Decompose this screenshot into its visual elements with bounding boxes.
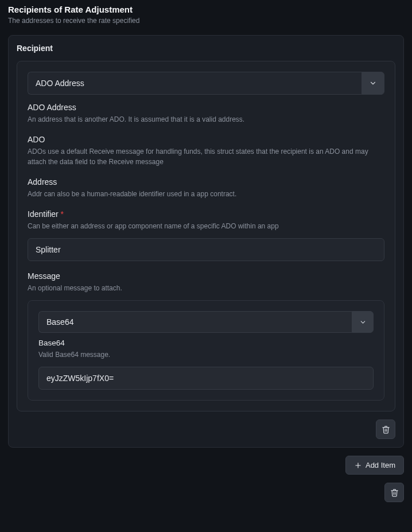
message-type-toggle[interactable] xyxy=(352,311,374,333)
ado-block: ADO ADOs use a default Receive message f… xyxy=(28,135,384,167)
address-desc: Addr can also be a human-readable identi… xyxy=(28,189,384,199)
ado-address-block: ADO Address An address that is another A… xyxy=(28,103,384,125)
recipient-actions xyxy=(17,420,395,439)
recipient-form: ADO Address ADO Address An address that … xyxy=(17,61,395,411)
identifier-label-row: Identifier * xyxy=(28,209,384,219)
recipient-card: Recipient ADO Address ADO Address An add… xyxy=(8,35,404,448)
message-desc: An optional message to attach. xyxy=(28,283,384,293)
add-item-button[interactable]: Add Item xyxy=(345,456,404,475)
ado-desc: ADOs use a default Receive message for h… xyxy=(28,146,384,167)
trash-icon xyxy=(382,425,390,434)
message-label: Message xyxy=(28,271,384,281)
message-block: Message An optional message to attach. B… xyxy=(28,271,384,401)
section-subtitle: The addresses to receive the rate specif… xyxy=(8,17,404,25)
message-type-select[interactable]: Base64 xyxy=(38,311,374,333)
recipient-type-toggle[interactable] xyxy=(362,72,384,95)
identifier-label: Identifier xyxy=(28,209,59,219)
message-nested-card: Base64 Base64 Valid Base64 message. xyxy=(28,300,384,401)
ado-label: ADO xyxy=(28,135,384,144)
address-block: Address Addr can also be a human-readabl… xyxy=(28,177,384,199)
required-asterisk: * xyxy=(61,209,64,219)
address-label: Address xyxy=(28,177,384,187)
base64-desc: Valid Base64 message. xyxy=(38,350,374,360)
recipient-type-value: ADO Address xyxy=(28,72,362,95)
base64-label: Base64 xyxy=(38,339,374,347)
chevron-down-icon xyxy=(369,79,377,87)
recipient-type-select[interactable]: ADO Address xyxy=(28,72,384,95)
ado-address-desc: An address that is another ADO. It is as… xyxy=(28,114,384,125)
message-type-value: Base64 xyxy=(38,311,352,333)
plus-icon xyxy=(354,461,362,469)
identifier-input[interactable] xyxy=(28,238,384,261)
delete-section-button[interactable] xyxy=(384,483,404,502)
section-actions: Add Item xyxy=(8,456,404,475)
add-item-label: Add Item xyxy=(366,461,395,469)
trash-icon xyxy=(390,488,399,497)
section-title: Recipients of Rate Adjustment xyxy=(8,0,404,17)
identifier-block: Identifier * Can be either an address or… xyxy=(28,209,384,261)
section-delete-actions xyxy=(8,483,404,502)
delete-recipient-button[interactable] xyxy=(376,420,395,439)
base64-input[interactable] xyxy=(38,367,374,390)
identifier-desc: Can be either an address or app componen… xyxy=(28,221,384,231)
recipient-title: Recipient xyxy=(17,44,395,53)
chevron-down-icon xyxy=(359,319,367,326)
ado-address-label: ADO Address xyxy=(28,103,384,112)
